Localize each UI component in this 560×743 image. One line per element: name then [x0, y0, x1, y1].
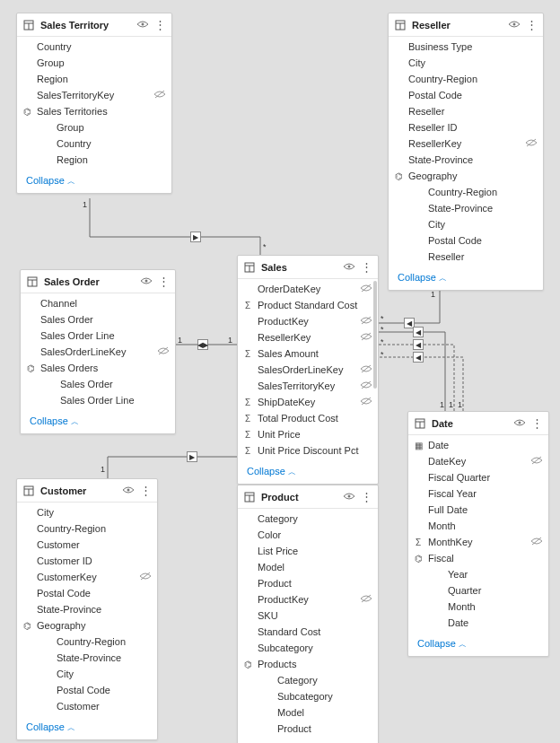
field-row[interactable]: Customer	[17, 698, 157, 714]
field-row[interactable]: Category	[238, 511, 378, 527]
collapse-link[interactable]: Collapse ︿	[26, 175, 75, 186]
field-row[interactable]: Reseller ID	[389, 119, 543, 135]
table-header[interactable]: Sales Territory⋮	[17, 13, 171, 37]
more-options-icon[interactable]: ⋮	[361, 490, 372, 503]
field-row[interactable]: ΣUnit Price	[238, 426, 378, 442]
field-row[interactable]: Quarter	[408, 582, 548, 599]
field-row[interactable]: ▦Date	[408, 437, 548, 453]
field-row[interactable]: State-Province	[17, 601, 157, 617]
field-row[interactable]: Sales Order Line	[21, 392, 175, 408]
more-options-icon[interactable]: ⋮	[140, 484, 152, 497]
field-row[interactable]: DateKey	[408, 453, 548, 469]
field-row[interactable]: ΣUnit Price Discount Pct	[238, 442, 378, 459]
field-row[interactable]: SalesOrderLineKey	[21, 344, 175, 360]
field-row[interactable]: State-Province	[389, 152, 543, 168]
field-row[interactable]: SalesTerritoryKey	[17, 87, 171, 103]
table-sales-territory[interactable]: Sales Territory⋮CountryGroupRegionSalesT…	[16, 13, 172, 194]
collapse-link[interactable]: Collapse ︿	[417, 638, 467, 649]
field-row[interactable]: ΣShipDateKey	[238, 394, 378, 410]
field-row[interactable]: Model	[238, 704, 378, 721]
visibility-icon[interactable]	[343, 260, 355, 274]
field-row[interactable]: City	[17, 504, 157, 520]
field-row[interactable]: ΣProduct Standard Cost	[238, 297, 378, 313]
field-row[interactable]: Fiscal Year	[408, 485, 548, 502]
field-row[interactable]: Subcategory	[238, 640, 378, 656]
visibility-icon[interactable]	[508, 18, 521, 31]
field-row[interactable]: Fiscal Quarter	[408, 469, 548, 485]
table-customer[interactable]: Customer⋮CityCountry-RegionCustomerCusto…	[16, 478, 158, 740]
table-sales[interactable]: Sales⋮OrderDateKeyΣProduct Standard Cost…	[237, 255, 379, 485]
table-sales-order[interactable]: Sales Order⋮ChannelSales OrderSales Orde…	[20, 269, 176, 434]
visibility-icon[interactable]	[140, 275, 153, 288]
visibility-icon[interactable]	[343, 490, 355, 503]
field-row[interactable]: Postal Code	[389, 232, 543, 249]
field-row[interactable]: SalesOrderLineKey	[238, 362, 378, 378]
field-row[interactable]: ΣMonthKey	[408, 534, 548, 550]
field-row[interactable]: Reseller	[389, 103, 543, 119]
field-row[interactable]: SalesTerritoryKey	[238, 378, 378, 394]
collapse-link[interactable]: Collapse ︿	[30, 415, 79, 426]
field-row[interactable]: ⌬Sales Territories	[17, 103, 171, 119]
field-row[interactable]: Sales Order	[21, 376, 175, 392]
table-header[interactable]: Sales⋮	[238, 256, 378, 279]
more-options-icon[interactable]: ⋮	[531, 416, 543, 430]
collapse-link[interactable]: Collapse ︿	[247, 466, 296, 476]
field-row[interactable]: ⌬Geography	[389, 168, 543, 184]
table-date[interactable]: Date⋮▦DateDateKeyFiscal QuarterFiscal Ye…	[407, 411, 549, 657]
field-row[interactable]: Subcategory	[238, 688, 378, 704]
field-row[interactable]: Reseller	[389, 249, 543, 265]
field-row[interactable]: ⌬Fiscal	[408, 550, 548, 566]
field-row[interactable]: Country-Region	[17, 520, 157, 537]
field-row[interactable]: SKU	[238, 608, 378, 624]
field-row[interactable]: Month	[408, 518, 548, 534]
visibility-icon[interactable]	[136, 18, 149, 31]
field-row[interactable]: OrderDateKey	[238, 281, 378, 297]
field-row[interactable]: State-Province	[389, 200, 543, 216]
table-header[interactable]: Reseller⋮	[389, 13, 543, 37]
field-row[interactable]: ProductKey	[238, 591, 378, 608]
field-row[interactable]: Product	[238, 721, 378, 737]
more-options-icon[interactable]: ⋮	[526, 18, 538, 31]
field-row[interactable]: City	[17, 666, 157, 682]
field-row[interactable]: Postal Code	[17, 585, 157, 601]
table-header[interactable]: Sales Order⋮	[21, 270, 175, 293]
field-row[interactable]: ResellerKey	[389, 135, 543, 152]
field-row[interactable]: Country	[17, 39, 171, 55]
field-row[interactable]: Postal Code	[17, 682, 157, 698]
field-row[interactable]: Color	[238, 527, 378, 543]
field-row[interactable]: Category	[238, 672, 378, 688]
field-row[interactable]: Country	[17, 135, 171, 152]
field-row[interactable]: Customer ID	[17, 553, 157, 569]
field-row[interactable]: Channel	[21, 295, 175, 311]
field-row[interactable]: Standard Cost	[238, 624, 378, 640]
field-row[interactable]: Year	[408, 566, 548, 582]
field-row[interactable]: Model	[238, 559, 378, 575]
table-reseller[interactable]: Reseller⋮Business TypeCityCountry-Region…	[388, 13, 544, 291]
field-row[interactable]: Country-Region	[17, 634, 157, 650]
table-product[interactable]: Product⋮CategoryColorList PriceModelProd…	[237, 485, 379, 743]
field-row[interactable]: Customer	[17, 537, 157, 553]
table-header[interactable]: Customer⋮	[17, 479, 157, 503]
field-row[interactable]: Month	[408, 599, 548, 615]
field-row[interactable]: Group	[17, 119, 171, 135]
field-row[interactable]: Product	[238, 575, 378, 591]
collapse-link[interactable]: Collapse ︿	[398, 272, 447, 283]
field-row[interactable]: ⌬Products	[238, 656, 378, 672]
table-header[interactable]: Product⋮	[238, 485, 378, 509]
field-row[interactable]: City	[389, 216, 543, 232]
field-row[interactable]: Group	[17, 55, 171, 71]
field-row[interactable]: ⌬Sales Orders	[21, 360, 175, 376]
field-row[interactable]: ΣTotal Product Cost	[238, 410, 378, 426]
field-row[interactable]: Full Date	[408, 502, 548, 518]
field-row[interactable]: Sales Order Line	[21, 328, 175, 344]
field-row[interactable]: Postal Code	[389, 87, 543, 103]
field-row[interactable]: Country-Region	[389, 184, 543, 200]
field-row[interactable]: Date	[408, 615, 548, 631]
field-row[interactable]: Country-Region	[389, 71, 543, 87]
more-options-icon[interactable]: ⋮	[154, 18, 166, 31]
table-header[interactable]: Date⋮	[408, 412, 548, 435]
field-row[interactable]: Sales Order	[21, 311, 175, 328]
field-row[interactable]: City	[389, 55, 543, 71]
field-row[interactable]: List Price	[238, 543, 378, 559]
field-row[interactable]: CustomerKey	[17, 569, 157, 585]
